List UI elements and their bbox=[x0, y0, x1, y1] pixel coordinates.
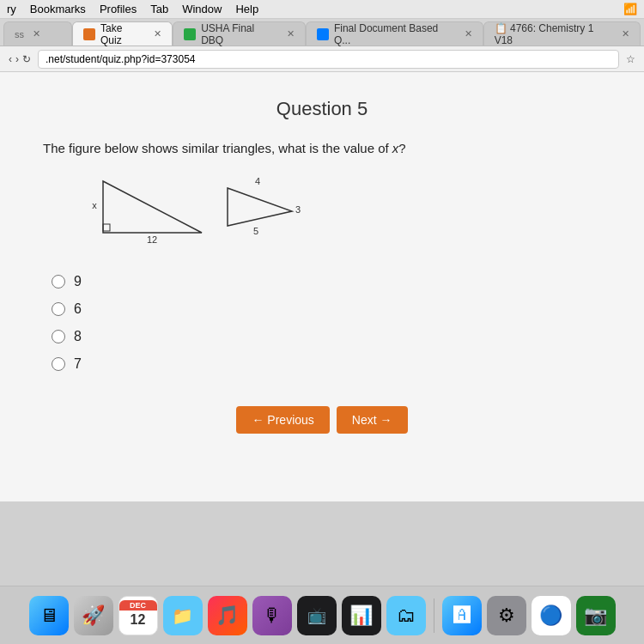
tab-icon-final-doc bbox=[317, 28, 329, 40]
address-bar: ‹ › ↻ ☆ bbox=[0, 46, 644, 72]
svg-text:x: x bbox=[92, 200, 97, 210]
svg-text:3: 3 bbox=[295, 204, 301, 215]
dock: 🖥 🚀 DEC 12 📁 🎵 🎙 📺 📊 🗂 🅰 ⚙ 🔵 📷 bbox=[0, 586, 644, 644]
tab-bar: ss ✕ Take Quiz ✕ USHA Final DBQ ✕ Final … bbox=[0, 19, 644, 46]
dock-finder2[interactable]: 📁 bbox=[163, 596, 203, 635]
nav-buttons: ← Previous Next → bbox=[43, 406, 601, 434]
tab-usha[interactable]: USHA Final DBQ ✕ bbox=[173, 21, 306, 46]
choice-label-8: 8 bbox=[74, 329, 82, 344]
choice-8[interactable]: 8 bbox=[52, 329, 601, 344]
svg-text:12: 12 bbox=[147, 234, 157, 245]
question-title: Question 5 bbox=[43, 98, 601, 120]
radio-9[interactable] bbox=[52, 275, 65, 289]
dock-settings[interactable]: ⚙ bbox=[487, 596, 526, 635]
tab-chemistry[interactable]: 📋 4766: Chemistry 1 V18 ✕ bbox=[483, 21, 641, 46]
dock-files[interactable]: 🗂 bbox=[386, 596, 426, 635]
dock-finder[interactable]: 🖥 bbox=[29, 596, 69, 635]
figure-area: x 12 4 3 5 bbox=[43, 173, 601, 250]
svg-text:4: 4 bbox=[255, 176, 260, 186]
menu-item-tab[interactable]: Tab bbox=[150, 3, 168, 15]
tab-close-final-doc[interactable]: ✕ bbox=[465, 28, 472, 39]
dock-appstore[interactable]: 🅰 bbox=[442, 596, 482, 635]
menu-item-window[interactable]: Window bbox=[182, 3, 222, 15]
tab-take-quiz[interactable]: Take Quiz ✕ bbox=[72, 21, 173, 46]
dock-stocks[interactable]: 📊 bbox=[342, 596, 381, 635]
dock-calendar[interactable]: DEC 12 bbox=[118, 596, 158, 635]
dock-divider bbox=[434, 598, 434, 633]
dock-tv[interactable]: 📺 bbox=[297, 596, 337, 635]
svg-text:5: 5 bbox=[253, 226, 258, 236]
menu-item-ry[interactable]: ry bbox=[7, 3, 16, 15]
radio-7[interactable] bbox=[52, 357, 65, 371]
choice-label-6: 6 bbox=[74, 301, 82, 317]
svg-marker-0 bbox=[103, 181, 202, 233]
svg-rect-1 bbox=[103, 224, 110, 231]
choice-9[interactable]: 9 bbox=[52, 274, 601, 289]
answer-choices: 9 6 8 7 bbox=[43, 274, 601, 372]
reload-button[interactable]: ↻ bbox=[22, 53, 31, 65]
question-text: The figure below shows similar triangles… bbox=[43, 141, 601, 155]
menu-item-profiles[interactable]: Profiles bbox=[100, 3, 137, 15]
forward-button[interactable]: › bbox=[15, 53, 19, 65]
radio-8[interactable] bbox=[52, 330, 65, 343]
dock-podcasts[interactable]: 🎙 bbox=[252, 596, 292, 635]
tab-close-ss[interactable]: ✕ bbox=[33, 28, 40, 39]
tab-icon-take-quiz bbox=[83, 28, 95, 40]
radio-6[interactable] bbox=[52, 302, 65, 316]
triangle-svg: x 12 4 3 5 bbox=[43, 173, 318, 250]
previous-button[interactable]: ← Previous bbox=[236, 406, 329, 434]
dock-chrome[interactable]: 🔵 bbox=[532, 596, 571, 635]
dock-music[interactable]: 🎵 bbox=[208, 596, 247, 635]
menu-item-help[interactable]: Help bbox=[235, 3, 258, 15]
dock-facetime[interactable]: 📷 bbox=[576, 596, 616, 635]
menu-item-bookmarks[interactable]: Bookmarks bbox=[30, 3, 86, 15]
tab-icon-usha bbox=[184, 28, 196, 40]
address-input[interactable] bbox=[38, 50, 619, 69]
tab-ss[interactable]: ss ✕ bbox=[3, 21, 72, 46]
menu-bar: ry Bookmarks Profiles Tab Window Help 📶 bbox=[0, 0, 644, 19]
tab-close-take-quiz[interactable]: ✕ bbox=[154, 28, 161, 39]
choice-7[interactable]: 7 bbox=[52, 356, 601, 372]
choice-label-7: 7 bbox=[74, 356, 82, 372]
browser-content: Question 5 The figure below shows simila… bbox=[0, 72, 644, 501]
wifi-icon: 📶 bbox=[623, 3, 637, 15]
back-button[interactable]: ‹ bbox=[9, 53, 12, 65]
tab-close-chemistry[interactable]: ✕ bbox=[622, 28, 629, 39]
dock-launchpad[interactable]: 🚀 bbox=[74, 596, 113, 635]
choice-label-9: 9 bbox=[74, 274, 82, 289]
svg-marker-4 bbox=[228, 188, 292, 226]
bookmark-icon[interactable]: ☆ bbox=[626, 53, 635, 65]
tab-final-doc[interactable]: Final Document Based Q... ✕ bbox=[306, 21, 483, 46]
choice-6[interactable]: 6 bbox=[52, 301, 601, 317]
next-button[interactable]: Next → bbox=[337, 406, 408, 434]
tab-close-usha[interactable]: ✕ bbox=[287, 28, 295, 39]
